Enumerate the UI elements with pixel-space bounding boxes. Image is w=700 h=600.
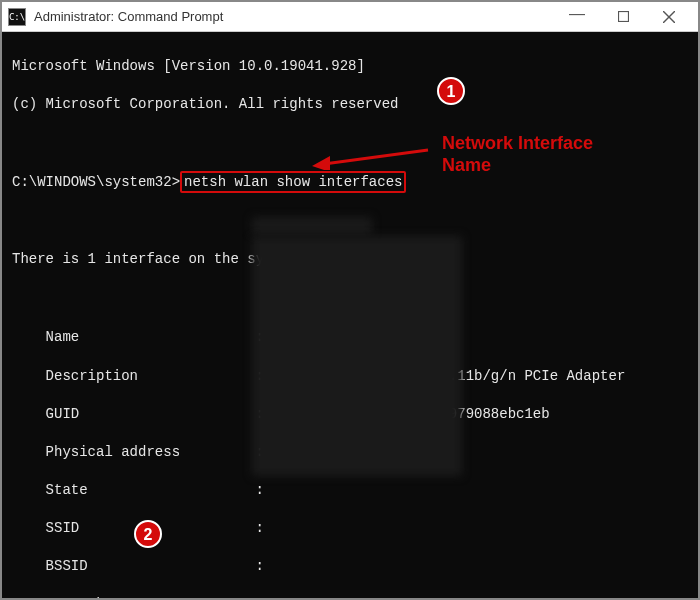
command-1-highlight: netsh wlan show interfaces <box>180 171 406 193</box>
annotation-badge-1: 1 <box>437 77 465 105</box>
close-button[interactable] <box>646 2 692 32</box>
annotation-callout-label: Network Interface Name <box>442 132 632 176</box>
minimize-button[interactable]: — <box>554 0 600 29</box>
redaction-overlay <box>252 217 372 235</box>
svg-rect-0 <box>618 12 628 22</box>
terminal-body[interactable]: Microsoft Windows [Version 10.0.19041.92… <box>2 32 698 598</box>
svg-marker-4 <box>312 156 330 170</box>
window-title: Administrator: Command Prompt <box>34 9 223 24</box>
banner-line-2: (c) Microsoft Corporation. All rights re… <box>12 95 688 114</box>
banner-line-1: Microsoft Windows [Version 10.0.19041.92… <box>12 57 688 76</box>
prompt-path: C:\WINDOWS\system32> <box>12 174 180 190</box>
kv-bssid: BSSID: <box>12 557 688 576</box>
kv-state: State: <box>12 481 688 500</box>
svg-line-3 <box>324 150 428 164</box>
kv-nettype: Network type: <box>12 595 688 598</box>
window-frame: C:\ Administrator: Command Prompt — Micr… <box>0 0 700 600</box>
kv-ssid: SSID: <box>12 519 688 538</box>
title-bar[interactable]: C:\ Administrator: Command Prompt — <box>2 2 698 32</box>
maximize-button[interactable] <box>600 2 646 32</box>
app-icon: C:\ <box>8 8 26 26</box>
redaction-overlay <box>252 236 462 476</box>
annotation-badge-2: 2 <box>134 520 162 548</box>
annotation-arrow-icon <box>310 142 430 170</box>
